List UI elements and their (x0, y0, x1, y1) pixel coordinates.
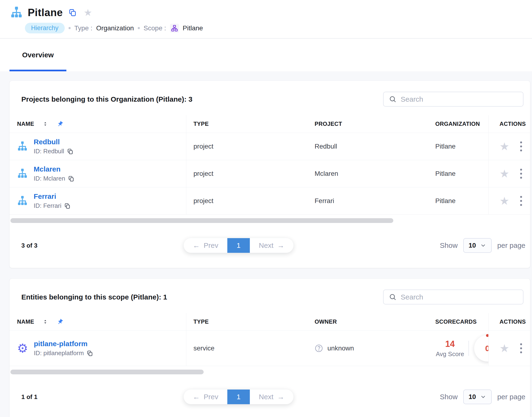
page-size-value: 10 (468, 242, 476, 249)
row-count: 1 of 1 (21, 393, 37, 401)
prev-page-button[interactable]: Prev (184, 389, 227, 404)
entity-name-link[interactable]: Ferrari (34, 192, 70, 200)
cell-owner: unknown (327, 344, 354, 352)
copy-id-icon[interactable] (87, 350, 93, 356)
hierarchy-badge: Hierarchy (25, 23, 65, 33)
favorite-star-icon[interactable] (500, 196, 509, 206)
gear-icon (17, 342, 28, 354)
kebab-menu-icon[interactable] (519, 140, 523, 152)
search-icon (389, 293, 397, 301)
col-type-label: TYPE (186, 115, 308, 133)
entity-name-link[interactable]: pitlane-platform (34, 340, 93, 348)
next-page-button[interactable]: Next (250, 238, 294, 253)
cell-project: Mclaren (308, 160, 428, 187)
dot-separator (138, 27, 140, 29)
col-scorecards-label: SCORECARDS (428, 313, 488, 331)
table-row: pitlane-platform ID: pitlaneplatform ser… (10, 331, 530, 366)
entities-card: Entities belonging to this scope (Pitlan… (10, 279, 530, 417)
next-label: Next (259, 241, 274, 250)
cell-type: project (186, 188, 308, 214)
entities-card-title: Entities belonging to this scope (Pitlan… (21, 293, 167, 301)
favorite-star-icon[interactable] (500, 343, 509, 354)
entity-name-link[interactable]: Redbull (34, 138, 73, 146)
table-row: Redbull ID: Redbull project Redbull Pitl… (10, 133, 530, 160)
pager: Prev 1 Next (184, 389, 293, 404)
entity-id: ID: pitlaneplatform (34, 349, 84, 357)
entity-id: ID: Mclaren (34, 175, 65, 182)
projects-card-title: Projects belonging to this Organization … (21, 95, 192, 103)
kebab-menu-icon[interactable] (519, 168, 523, 180)
copy-id-icon[interactable] (64, 203, 70, 209)
show-label: Show (440, 241, 458, 250)
scorecard-ring-badge[interactable]: 0 (474, 335, 488, 362)
favorite-star-icon[interactable] (84, 8, 92, 17)
hierarchy-icon (10, 6, 23, 19)
main-content: Projects belonging to this Organization … (0, 71, 532, 417)
entities-search-input[interactable] (401, 293, 518, 301)
col-owner-label: OWNER (308, 313, 428, 331)
col-organization-label: ORGANIZATION (428, 115, 488, 133)
col-actions-label: ACTIONS (488, 115, 530, 133)
chevron-down-icon (480, 242, 487, 249)
hierarchy-icon (17, 196, 28, 206)
cell-type: service (186, 331, 308, 366)
next-page-button[interactable]: Next (250, 389, 294, 404)
cell-type: project (186, 133, 308, 160)
arrow-left-icon (193, 241, 200, 250)
favorite-star-icon[interactable] (500, 141, 509, 152)
hierarchy-icon (17, 141, 28, 152)
projects-search (383, 92, 523, 107)
col-name-label: NAME (17, 318, 34, 325)
kebab-menu-icon[interactable] (519, 342, 523, 354)
kebab-menu-icon[interactable] (519, 195, 523, 207)
favorite-star-icon[interactable] (500, 168, 509, 179)
copy-id-icon[interactable] (67, 148, 73, 155)
per-page-label: per page (497, 393, 525, 401)
table-row: Ferrari ID: Ferrari project Ferrari Pitl… (10, 188, 530, 215)
prev-label: Prev (204, 393, 218, 401)
col-name-label: NAME (17, 121, 34, 127)
type-label: Type : (74, 24, 93, 32)
cell-organization: Pitlane (428, 160, 488, 187)
per-page-label: per page (497, 241, 525, 250)
cell-project: Ferrari (308, 188, 428, 214)
col-actions-label: ACTIONS (488, 313, 530, 331)
entity-name-link[interactable]: Mclaren (34, 165, 74, 173)
projects-card: Projects belonging to this Organization … (10, 81, 530, 268)
cell-organization: Pitlane (428, 133, 488, 160)
page-number-active[interactable]: 1 (227, 389, 250, 404)
page-size-select[interactable]: 10 (463, 389, 491, 404)
projects-table-header: NAME TYPE PROJECT ORGANIZATION ACTIONS (10, 115, 530, 133)
avg-score-value: 14 (435, 339, 465, 349)
pin-icon[interactable] (56, 119, 65, 128)
hierarchy-icon (17, 168, 28, 179)
entities-search (383, 290, 523, 304)
tab-overview[interactable]: Overview (10, 39, 66, 71)
horizontal-scrollbar[interactable] (11, 370, 204, 374)
copy-title-icon[interactable] (68, 9, 77, 17)
scope-label: Scope : (144, 24, 166, 32)
scope-value: Pitlane (183, 24, 203, 32)
sort-icon[interactable] (43, 319, 48, 324)
divider (468, 341, 469, 356)
search-icon (389, 95, 397, 103)
col-project-label: PROJECT (308, 115, 428, 133)
entity-id: ID: Ferrari (34, 202, 61, 209)
copy-id-icon[interactable] (68, 176, 74, 182)
scope-hierarchy-icon (170, 24, 179, 33)
projects-search-input[interactable] (401, 95, 518, 103)
entities-table-header: NAME TYPE OWNER SCORECARDS ACTIONS (10, 313, 530, 331)
pin-icon[interactable] (56, 317, 65, 326)
prev-page-button[interactable]: Prev (184, 238, 227, 253)
show-label: Show (440, 393, 458, 401)
page-size-select[interactable]: 10 (463, 238, 491, 253)
entity-id: ID: Redbull (34, 148, 64, 155)
cell-type: project (186, 160, 308, 187)
sort-icon[interactable] (43, 121, 48, 126)
question-circle-icon[interactable] (315, 344, 323, 353)
horizontal-scrollbar[interactable] (11, 218, 393, 223)
arrow-right-icon (277, 393, 284, 401)
page-number-active[interactable]: 1 (227, 238, 250, 253)
cell-project: Redbull (308, 133, 428, 160)
page-title: Pitlane (28, 7, 63, 19)
